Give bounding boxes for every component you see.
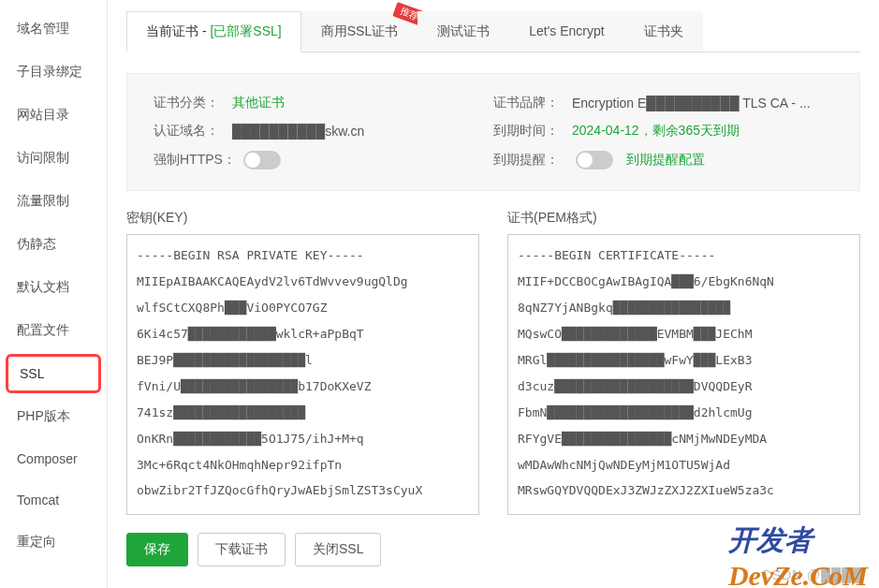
expire-remind-toggle[interactable] (576, 151, 613, 169)
expire-remind-label: 到期提醒： (493, 152, 568, 169)
expire-value: 2024-04-12，剩余365天到期 (572, 123, 740, 140)
tab-label-prefix: 当前证书 - (146, 23, 210, 38)
sidebar: 域名管理 子目录绑定 网站目录 访问限制 流量限制 伪静态 默认文档 配置文件 … (0, 0, 108, 588)
cert-brand-value: Encryption E██████████ TLS CA - ... (572, 96, 811, 110)
sidebar-item-php[interactable]: PHP版本 (0, 395, 107, 438)
cert-section: 密钥(KEY) 证书(PEM格式) (126, 210, 860, 518)
sidebar-item-tomcat[interactable]: Tomcat (0, 479, 107, 521)
tab-current-cert[interactable]: 当前证书 - [已部署SSL] (126, 11, 301, 52)
tab-deployed-badge: [已部署SSL] (210, 23, 281, 38)
expire-remind-config-link[interactable]: 到期提醒配置 (626, 152, 705, 169)
key-textarea[interactable] (126, 234, 479, 515)
cert-type-label: 证书分类： (154, 95, 228, 111)
pem-title: 证书(PEM格式) (507, 210, 860, 227)
csdn-watermark: CSDN @████ (762, 567, 862, 582)
tab-commercial-ssl[interactable]: 商用SSL证书 推荐 (301, 11, 418, 51)
pem-box: 证书(PEM格式) (507, 210, 860, 518)
tab-letsencrypt[interactable]: Let's Encrypt (509, 11, 624, 51)
sidebar-item-subdir[interactable]: 子目录绑定 (0, 51, 107, 94)
cert-type-value: 其他证书 (232, 95, 285, 111)
sidebar-item-redirect[interactable]: 重定向 (0, 521, 107, 564)
tab-label: 商用SSL证书 (321, 23, 398, 38)
auth-domain-label: 认证域名： (154, 123, 228, 140)
sidebar-item-rewrite[interactable]: 伪静态 (0, 223, 107, 266)
sidebar-item-traffic[interactable]: 流量限制 (0, 180, 107, 223)
save-button[interactable]: 保存 (126, 533, 188, 566)
ssl-tabs: 当前证书 - [已部署SSL] 商用SSL证书 推荐 测试证书 Let's En… (126, 11, 860, 52)
force-https-toggle[interactable] (243, 151, 281, 169)
sidebar-item-ssl[interactable]: SSL (6, 354, 101, 393)
pem-textarea[interactable] (507, 234, 860, 515)
sidebar-item-sitedir[interactable]: 网站目录 (0, 94, 107, 137)
sidebar-item-domain[interactable]: 域名管理 (0, 7, 107, 51)
key-box: 密钥(KEY) (126, 210, 479, 518)
force-https-label: 强制HTTPS： (154, 152, 236, 169)
close-ssl-button[interactable]: 关闭SSL (295, 533, 381, 566)
key-title: 密钥(KEY) (126, 210, 479, 227)
sidebar-item-access[interactable]: 访问限制 (0, 137, 107, 180)
cert-brand-label: 证书品牌： (493, 95, 568, 111)
action-buttons: 保存 下载证书 关闭SSL (126, 533, 860, 566)
tab-cert-folder[interactable]: 证书夹 (624, 11, 703, 51)
content-area: 当前证书 - [已部署SSL] 商用SSL证书 推荐 测试证书 Let's En… (108, 0, 879, 588)
auth-domain-value: ██████████skw.cn (232, 124, 364, 139)
expire-label: 到期时间： (493, 123, 568, 140)
sidebar-item-default-doc[interactable]: 默认文档 (0, 266, 107, 309)
download-cert-button[interactable]: 下载证书 (198, 533, 286, 566)
tab-test-cert[interactable]: 测试证书 (418, 11, 509, 51)
sidebar-item-config[interactable]: 配置文件 (0, 309, 107, 352)
sidebar-item-composer[interactable]: Composer (0, 438, 107, 479)
cert-info-panel: 证书分类： 其他证书 证书品牌： Encryption E██████████ … (126, 73, 860, 191)
